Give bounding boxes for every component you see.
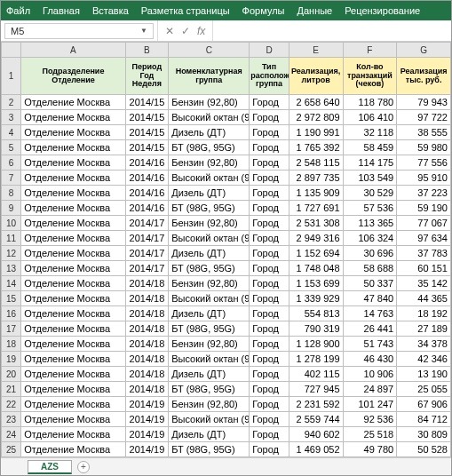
cell-department[interactable]: Отделение Москва <box>21 171 125 186</box>
cell-revenue[interactable]: 34 378 <box>397 337 451 352</box>
cell-liters[interactable]: 1 278 199 <box>289 352 343 367</box>
cell-nomenclature[interactable]: Бензин (92,80) <box>169 216 250 231</box>
row-header[interactable]: 14 <box>2 276 21 291</box>
cell-liters[interactable]: 1 153 699 <box>289 276 343 291</box>
cell-liters[interactable]: 1 339 929 <box>289 291 343 306</box>
cell-location[interactable]: Город <box>250 246 289 261</box>
cell-revenue[interactable]: 84 712 <box>397 412 451 427</box>
cell-liters[interactable]: 1 152 694 <box>289 246 343 261</box>
cell-revenue[interactable]: 44 365 <box>397 291 451 306</box>
cell-transactions[interactable]: 32 118 <box>343 125 397 140</box>
cell-period[interactable]: 2014/18 <box>125 382 169 397</box>
cell-liters[interactable]: 727 945 <box>289 382 343 397</box>
col-header-B[interactable]: B <box>125 43 169 58</box>
cell-nomenclature[interactable]: БТ (98G, 95G) <box>169 382 250 397</box>
cell-department[interactable]: Отделение Москва <box>21 261 125 276</box>
cell-revenue[interactable]: 13 190 <box>397 367 451 382</box>
cell-period[interactable]: 2014/16 <box>125 171 169 186</box>
ribbon-tab-review[interactable]: Рецензирование <box>345 5 420 16</box>
cell-period[interactable]: 2014/16 <box>125 155 169 171</box>
row-header[interactable]: 24 <box>2 427 21 442</box>
cell-nomenclature[interactable]: Бензин (92,80) <box>169 457 250 458</box>
row-header[interactable]: 26 <box>2 457 21 458</box>
ribbon-tab-formulas[interactable]: Формулы <box>242 5 285 16</box>
cell-location[interactable]: Город <box>250 382 289 397</box>
cell-department[interactable]: Отделение Москва <box>21 246 125 261</box>
cell-location[interactable]: Город <box>250 352 289 367</box>
cell-liters[interactable]: 402 115 <box>289 367 343 382</box>
cell-revenue[interactable]: 38 555 <box>397 125 451 140</box>
cell-department[interactable]: Отделение Москва <box>21 412 125 427</box>
row-header-1[interactable]: 1 <box>2 58 21 95</box>
cell-transactions[interactable]: 10 906 <box>343 367 397 382</box>
sheet-tab-azs[interactable]: AZS <box>28 460 72 474</box>
row-header[interactable]: 20 <box>2 367 21 382</box>
cell-revenue[interactable]: 42 346 <box>397 352 451 367</box>
cell-period[interactable]: 2014/17 <box>125 246 169 261</box>
cell-nomenclature[interactable]: Высокий октан (98,95) <box>169 412 250 427</box>
cell-location[interactable]: Город <box>250 276 289 291</box>
cell-department[interactable]: Отделение Москва <box>21 321 125 337</box>
cell-revenue[interactable]: 37 783 <box>397 246 451 261</box>
cell-period[interactable]: 2014/17 <box>125 216 169 231</box>
row-header[interactable]: 17 <box>2 321 21 337</box>
cell-liters[interactable]: 1 128 900 <box>289 337 343 352</box>
cell-transactions[interactable]: 106 410 <box>343 110 397 125</box>
cell-location[interactable]: Город <box>250 442 289 457</box>
col-header-A[interactable]: A <box>21 43 125 58</box>
cell-department[interactable]: Отделение Москва <box>21 95 125 110</box>
header-liters[interactable]: Реализация, литров <box>289 58 343 95</box>
col-header-E[interactable]: E <box>289 43 343 58</box>
cell-location[interactable]: Город <box>250 95 289 110</box>
cell-nomenclature[interactable]: БТ (98G, 95G) <box>169 261 250 276</box>
cell-location[interactable]: Город <box>250 171 289 186</box>
row-header[interactable]: 13 <box>2 261 21 276</box>
cell-location[interactable]: Город <box>250 457 289 458</box>
cell-liters[interactable]: 790 319 <box>289 321 343 337</box>
cell-nomenclature[interactable]: Бензин (92,80) <box>169 397 250 412</box>
row-header[interactable]: 25 <box>2 442 21 457</box>
cell-location[interactable]: Город <box>250 155 289 171</box>
cell-location[interactable]: Город <box>250 321 289 337</box>
cell-revenue[interactable]: 50 528 <box>397 442 451 457</box>
cell-period[interactable]: 2014/18 <box>125 321 169 337</box>
cell-transactions[interactable]: 47 840 <box>343 291 397 306</box>
cell-period[interactable]: 2014/15 <box>125 110 169 125</box>
cell-revenue[interactable]: 37 223 <box>397 186 451 201</box>
cell-transactions[interactable]: 114 175 <box>343 155 397 171</box>
cell-revenue[interactable]: 77 556 <box>397 155 451 171</box>
cell-liters[interactable]: 1 765 392 <box>289 140 343 155</box>
cell-transactions[interactable]: 109 941 <box>343 457 397 458</box>
cell-department[interactable]: Отделение Москва <box>21 231 125 246</box>
accept-icon[interactable]: ✓ <box>181 25 190 37</box>
cell-period[interactable]: 2014/16 <box>125 201 169 216</box>
add-sheet-button[interactable]: + <box>77 461 90 473</box>
cell-location[interactable]: Город <box>250 231 289 246</box>
cell-department[interactable]: Отделение Москва <box>21 442 125 457</box>
cell-nomenclature[interactable]: Дизель (ДТ) <box>169 306 250 321</box>
cell-liters[interactable]: 2 949 316 <box>289 231 343 246</box>
cell-nomenclature[interactable]: БТ (98G, 95G) <box>169 321 250 337</box>
cell-transactions[interactable]: 46 430 <box>343 352 397 367</box>
cell-period[interactable]: 2014/16 <box>125 186 169 201</box>
row-header[interactable]: 8 <box>2 186 21 201</box>
cell-transactions[interactable]: 25 518 <box>343 427 397 442</box>
cell-liters[interactable]: 1 748 048 <box>289 261 343 276</box>
cell-revenue[interactable]: 67 906 <box>397 397 451 412</box>
cell-period[interactable]: 2014/15 <box>125 140 169 155</box>
cell-liters[interactable]: 2 559 744 <box>289 412 343 427</box>
cell-transactions[interactable]: 51 743 <box>343 337 397 352</box>
cell-transactions[interactable]: 24 897 <box>343 382 397 397</box>
cell-nomenclature[interactable]: Бензин (92,80) <box>169 337 250 352</box>
spreadsheet-table[interactable]: A B C D E F G 1 Подразделение Отделение … <box>1 42 451 457</box>
cell-nomenclature[interactable]: Дизель (ДТ) <box>169 427 250 442</box>
row-header[interactable]: 23 <box>2 412 21 427</box>
cell-department[interactable]: Отделение Москва <box>21 140 125 155</box>
cell-period[interactable]: 2014/17 <box>125 261 169 276</box>
cell-liters[interactable]: 2 897 735 <box>289 171 343 186</box>
cell-period[interactable]: 2014/17 <box>125 231 169 246</box>
ribbon-tab-insert[interactable]: Вставка <box>92 5 129 16</box>
cell-location[interactable]: Город <box>250 125 289 140</box>
row-header[interactable]: 6 <box>2 155 21 171</box>
cell-nomenclature[interactable]: Высокий октан (98,95) <box>169 352 250 367</box>
